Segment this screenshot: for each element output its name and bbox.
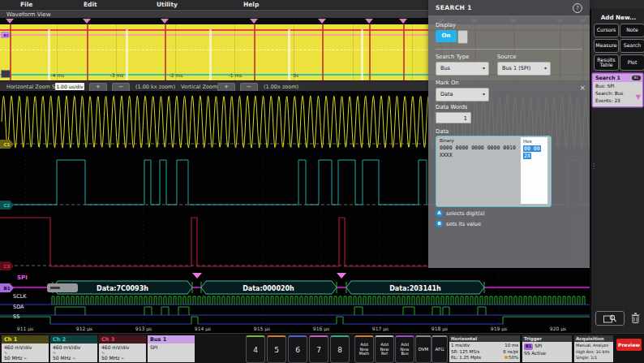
ch2-scale: 460 mV/div (53, 344, 95, 350)
chevron-down-icon: ▾ (544, 65, 547, 71)
zoom-overview-button[interactable] (595, 311, 625, 326)
data-words-label: Data Words (436, 104, 467, 110)
overview-axis-label: -1 ms (225, 72, 246, 78)
overview-grid-line (175, 24, 176, 80)
overview-gap-stripe (126, 29, 128, 80)
time-axis-label: 920 µs (547, 326, 569, 331)
channel5-button[interactable]: 5 (267, 335, 286, 363)
binary-value[interactable]: 0000 0000 0000 0000 0010 XXXX (440, 145, 516, 160)
display-label: Display (436, 22, 456, 28)
channel7-button[interactable]: 7 (309, 335, 328, 363)
overview-grid-line (294, 24, 294, 80)
search-type-value: Bus (440, 65, 450, 71)
bus-packet-label: Data:203141h (389, 285, 441, 292)
panel-resize-handle[interactable]: ⋮ (590, 165, 597, 167)
h-zoom-scale-input[interactable]: 1.00 us/div (55, 83, 84, 90)
measure-button[interactable]: Measure (594, 39, 619, 53)
note-button[interactable]: Note (620, 24, 644, 37)
overview-axis-label: -3 ms (106, 72, 127, 78)
ch3-bandwidth: 50 MHz ⌁ (101, 355, 144, 361)
ch1-badge[interactable]: Ch 1 460 mV/div ∿ 50 MHz ⌁ (2, 335, 49, 362)
data-words-input[interactable]: 1 (436, 112, 471, 123)
search-panel-titlebar[interactable]: SEARCH 1 ? (428, 0, 590, 15)
ch3-badge[interactable]: Ch 3 460 mV/div ∿ 50 MHz ⌁ (99, 335, 146, 362)
results-sidebar: Add New... Cursors Note Measure Search R… (590, 9, 644, 333)
knob-a-icon: A (436, 210, 443, 217)
trigger-status: SS Active (524, 350, 570, 357)
overview-event-line (254, 24, 255, 80)
bandwidth-icon: ⌁ (24, 355, 27, 361)
results-table-button[interactable]: Results Table (594, 54, 619, 71)
overview-grid-line (412, 24, 413, 80)
bandwidth-icon: ⌁ (72, 355, 75, 361)
channel6-button[interactable]: 6 (288, 335, 307, 363)
hex-column[interactable]: Hex 00 00 2X (521, 137, 547, 204)
search-type-label: Search Type (436, 54, 469, 60)
ch2-badge[interactable]: Ch 2 460 mV/div ∿ 50 MHz ⌁ (50, 335, 97, 362)
sda-label: SDA (13, 304, 24, 310)
search1-bus-line: Bus: SPI (595, 84, 614, 89)
search-mark-icon (318, 19, 326, 24)
search1-card-header[interactable]: Search 1 B1 (593, 74, 642, 82)
time-axis-label: 911 µs (15, 326, 36, 331)
digital-low-traces (0, 305, 590, 324)
trigger-badge[interactable]: Trigger B1SPI SS Active (522, 335, 572, 362)
search-config-panel: SEARCH 1 ? × Display On Search Type Bus … (428, 0, 590, 268)
bus-packet-label: Data:7C0093h (97, 285, 148, 292)
source-value: Bus 1 (SPI) (502, 65, 530, 71)
hex-value[interactable]: 00 00 2X (523, 145, 541, 160)
time-axis-label: 913 µs (133, 326, 154, 331)
channel8-button[interactable]: 8 (330, 335, 350, 363)
preview-button[interactable]: Preview (616, 339, 642, 351)
overview-axis-label: -2 ms (165, 72, 187, 78)
time-axis-label: 914 µs (192, 326, 213, 331)
overview-event-line (10, 24, 11, 80)
overview-event-line (87, 24, 88, 80)
add-new-ref-button[interactable]: Add New Ref (375, 335, 394, 363)
time-axis-label: 916 µs (311, 326, 332, 331)
search-mark-icon: ▼ (636, 93, 641, 101)
display-on-toggle[interactable]: On (436, 30, 457, 42)
knob-b-hint: sets its value (446, 221, 481, 227)
data-pattern-box[interactable]: Binary 0000 0000 0000 0000 0010 XXXX Hex… (436, 136, 552, 207)
source-dropdown[interactable]: Bus 1 (SPI) ▾ (497, 62, 551, 76)
close-icon[interactable]: × (579, 84, 586, 92)
mark-on-label: Mark On (436, 80, 459, 86)
time-axis-label: 912 µs (74, 326, 95, 331)
waveform-view-label: Waveform View (6, 11, 50, 18)
plot-button[interactable]: Plot (620, 54, 644, 71)
ch2-bandwidth: 50 MHz ⌁ (53, 355, 95, 361)
delete-button[interactable] (629, 311, 642, 324)
bus1-type: SPI (150, 344, 192, 350)
menu-help[interactable]: Help (243, 1, 259, 8)
search-mark-icon (365, 19, 373, 24)
dvm-button[interactable]: DVM (415, 335, 431, 363)
mark-on-value: Data (440, 91, 453, 97)
overview-gap-stripe (361, 29, 363, 80)
search1-badge-card[interactable]: Search 1 B1 Bus: SPI Search: Bus Events:… (593, 74, 642, 106)
help-icon[interactable]: ? (573, 3, 582, 13)
menu-utility[interactable]: Utility (157, 1, 178, 8)
display-toggle-knob[interactable] (457, 30, 468, 44)
knob-a-hint: selects digit(s) (446, 210, 485, 217)
mark-on-dropdown[interactable]: Data ▾ (436, 88, 489, 102)
acquisition-badge[interactable]: Acquisition Manual, Analyze High Res: 16… (574, 335, 613, 362)
search-button[interactable]: Search (620, 39, 644, 53)
menu-edit[interactable]: Edit (84, 1, 97, 8)
bus1-badge-name: Bus 1 (148, 335, 195, 344)
channel4-button[interactable]: 4 (246, 335, 265, 363)
hex-label: Hex (523, 139, 532, 144)
afg-button[interactable]: AFG (431, 335, 448, 363)
add-new-math-button[interactable]: Add New Math (354, 335, 374, 363)
bus-label-handle[interactable] (47, 283, 78, 292)
cursors-button[interactable]: Cursors (594, 24, 619, 37)
acquisition-title: Acquisition (574, 335, 613, 342)
menu-file[interactable]: File (20, 1, 32, 8)
search-type-dropdown[interactable]: Bus ▾ (436, 62, 489, 76)
horizontal-badge[interactable]: Horizontal 1 ms/div10 ms SR: 125 MS/s8 n… (449, 335, 520, 362)
overview-grid-line (234, 24, 235, 80)
bus1-badge[interactable]: Bus 1 SPI (148, 335, 195, 362)
overview-event-line (322, 24, 324, 80)
add-new-bus-button[interactable]: Add New Bus (395, 335, 414, 363)
binary-label: Binary (440, 138, 454, 143)
